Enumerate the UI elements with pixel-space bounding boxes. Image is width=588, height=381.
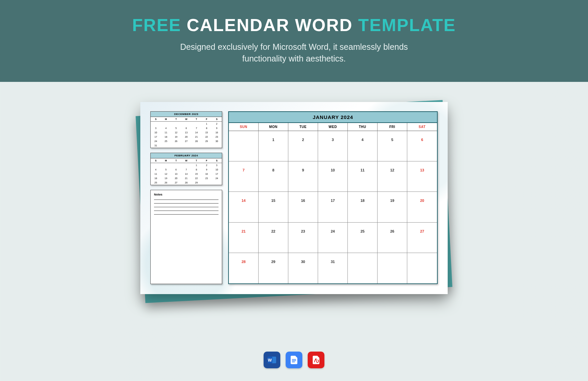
calendar-cell: 4: [348, 131, 378, 161]
day-number: 22: [271, 229, 275, 233]
mini-day-cell: 21: [191, 135, 201, 139]
day-number: 24: [331, 229, 335, 233]
day-number: 28: [242, 260, 246, 264]
mini-day-cell: 11: [161, 130, 171, 135]
mini-day-cell: 28: [181, 180, 191, 185]
day-number: 15: [271, 199, 275, 203]
left-column: DECEMBER 2023 SMTWTFS1234567891011121314…: [150, 111, 222, 284]
calendar-cell: 2: [288, 131, 318, 161]
notes-rule: [154, 203, 218, 204]
day-number: 19: [390, 199, 394, 203]
mini-day-cell: 16: [212, 130, 222, 135]
mini-day-cell: 22: [191, 176, 201, 180]
day-number: 7: [243, 168, 245, 172]
calendar-cell: 19: [378, 192, 407, 222]
mini-day-cell: 6: [181, 126, 191, 130]
mini-day-cell: 14: [191, 130, 201, 135]
mini-day-cell: 26: [161, 180, 171, 185]
day-number: 4: [361, 138, 363, 142]
calendar-cell: 25: [348, 223, 378, 253]
calendar-cell: 12: [378, 161, 407, 192]
dow-sat: SAT: [407, 123, 437, 131]
hero-banner: FREE CALENDAR WORD TEMPLATE Designed exc…: [0, 0, 588, 82]
mini-day-header: S: [151, 117, 161, 122]
day-number: 29: [271, 260, 275, 264]
mini-day-cell: 27: [171, 180, 181, 185]
mini-day-cell: 10: [212, 167, 222, 172]
mini-day-cell: 5: [171, 126, 181, 130]
mini-day-header: T: [171, 117, 181, 122]
calendar-cell: 20: [407, 192, 437, 222]
mini-calendar-prev: DECEMBER 2023 SMTWTFS1234567891011121314…: [150, 111, 222, 148]
google-doc-icon[interactable]: [286, 352, 302, 368]
title-word-free: FREE: [132, 15, 181, 35]
calendar-cell: 5: [378, 131, 407, 161]
day-number: 31: [331, 260, 335, 264]
dow-thu: THU: [348, 123, 378, 131]
day-number: 8: [272, 168, 274, 172]
mini-day-cell: 11: [151, 172, 161, 176]
calendar-cell: 29: [259, 253, 288, 283]
mini-day-header: F: [201, 117, 211, 122]
file-type-icons: W: [264, 352, 324, 368]
day-of-week-row: SUNMONTUEWEDTHUFRISAT: [229, 123, 437, 131]
mini-day-cell: 24: [212, 176, 222, 180]
mini-day-cell: 29: [201, 139, 211, 143]
mini-day-cell: 2: [212, 122, 222, 126]
mini-day-cell: [212, 180, 222, 185]
mini-day-cell: 15: [201, 130, 211, 135]
day-number: 11: [360, 168, 364, 172]
mini-day-cell: 9: [212, 126, 222, 130]
day-number: 12: [390, 168, 394, 172]
template-page: DECEMBER 2023 SMTWTFS1234567891011121314…: [140, 102, 448, 294]
mini-day-cell: 30: [212, 139, 222, 143]
calendar-cell: [378, 253, 407, 283]
day-number: 6: [421, 138, 423, 142]
svg-rect-3: [292, 359, 296, 360]
mini-day-cell: 23: [212, 135, 222, 139]
mini-day-header: S: [212, 158, 222, 163]
calendar-cell: 6: [407, 131, 437, 161]
calendar-cell: 28: [229, 253, 259, 283]
day-number: 5: [391, 138, 393, 142]
calendar-cell: 7: [229, 161, 259, 192]
mini-day-cell: 17: [151, 135, 161, 139]
subtitle: Designed exclusively for Microsoft Word,…: [13, 41, 575, 65]
main-calendar-title: JANUARY 2024: [229, 112, 437, 123]
mini-day-cell: 19: [161, 176, 171, 180]
day-number: 27: [420, 229, 424, 233]
calendar-cell: 10: [318, 161, 348, 192]
calendar-cell: 24: [318, 223, 348, 253]
calendar-cell: 30: [288, 253, 318, 283]
day-number: 26: [390, 229, 394, 233]
page-inner: DECEMBER 2023 SMTWTFS1234567891011121314…: [140, 102, 448, 294]
notes-label: Notes: [154, 193, 218, 196]
main-calendar-grid: 1234567891011121314151617181920212223242…: [229, 131, 437, 283]
word-icon[interactable]: W: [264, 352, 280, 368]
mini-day-cell: 13: [181, 130, 191, 135]
mini-day-cell: 20: [171, 176, 181, 180]
day-number: 20: [420, 199, 424, 203]
mini-day-cell: [151, 122, 161, 126]
svg-text:W: W: [268, 358, 272, 363]
mini-day-cell: [161, 163, 171, 167]
svg-rect-5: [292, 362, 295, 362]
day-number: 21: [242, 229, 246, 233]
mini-day-cell: 29: [191, 180, 201, 185]
mini-day-cell: [201, 143, 211, 148]
calendar-cell: [407, 253, 437, 283]
mini-day-cell: 8: [201, 126, 211, 130]
calendar-cell: 8: [259, 161, 288, 192]
mini-day-cell: 7: [181, 167, 191, 172]
title-word-template: TEMPLATE: [358, 15, 456, 35]
mini-prev-grid: SMTWTFS123456789101112131415161718192021…: [151, 117, 222, 148]
mini-day-cell: 31: [151, 143, 161, 148]
calendar-cell: 22: [259, 223, 288, 253]
mini-day-header: T: [171, 158, 181, 163]
pdf-icon[interactable]: [308, 352, 324, 368]
preview-stage: DECEMBER 2023 SMTWTFS1234567891011121314…: [0, 82, 588, 381]
mini-day-cell: 7: [191, 126, 201, 130]
mini-day-cell: [161, 122, 171, 126]
mini-day-cell: 24: [151, 139, 161, 143]
day-number: 17: [331, 199, 335, 203]
